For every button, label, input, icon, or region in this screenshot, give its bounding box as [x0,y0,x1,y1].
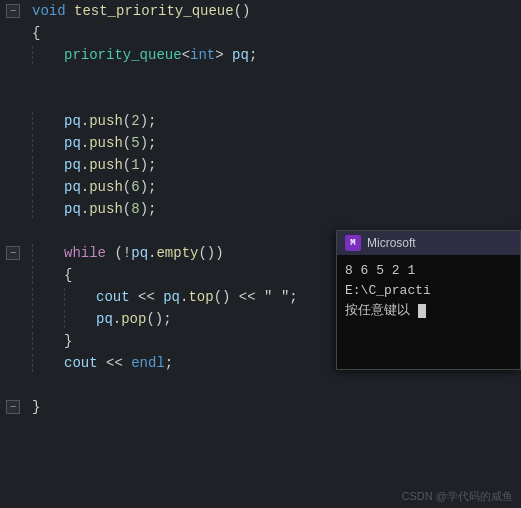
code-content-17 [28,374,521,376]
token-7-1: . [81,155,89,175]
indent-guide [32,244,64,262]
token-2-3: > [215,45,223,65]
token-13-1: << [130,287,164,307]
token-13-5: () << " [214,287,273,307]
code-content-4 [28,88,521,90]
token-9-1: . [81,199,89,219]
console-logo-icon: M [345,235,361,251]
console-output-3: 按任意键以 [345,301,512,321]
token-11-0: while [64,243,106,263]
indent-guide [32,156,64,174]
token-12-0: { [64,265,72,285]
indent-guide [32,112,64,130]
code-content-8: pq.push(6); [28,176,521,198]
token-16-1: << [98,353,132,373]
indent-guide [32,354,64,372]
token-6-3: ( [123,133,131,153]
code-line-6: pq.push(5); [0,132,521,154]
console-titlebar: M Microsoft [337,231,520,255]
token-6-2: push [89,133,123,153]
token-13-7: "; [281,287,298,307]
token-8-3: ( [123,177,131,197]
token-6-4: 5 [131,133,139,153]
code-line-7: pq.push(1); [0,154,521,176]
code-line-18: −} [0,396,521,418]
console-title: Microsoft [367,236,416,250]
code-content-7: pq.push(1); [28,154,521,176]
token-9-5: ); [140,199,157,219]
token-7-5: ); [140,155,157,175]
token-15-0: } [64,331,72,351]
token-11-2: pq [131,243,148,263]
token-11-4: empty [156,243,198,263]
token-2-2: int [190,45,215,65]
code-line-5: pq.push(2); [0,110,521,132]
code-line-8: pq.push(6); [0,176,521,198]
indent-guide [32,288,64,306]
token-2-0: priority_queue [64,45,182,65]
collapse-icon-11[interactable]: − [6,246,20,260]
code-line-0: −void test_priority_queue() [0,0,521,22]
console-cursor [418,304,426,318]
code-line-3 [0,66,521,88]
token-14-0: pq [96,309,113,329]
indent-guide [64,288,96,306]
editor-container: −void test_priority_queue(){priority_que… [0,0,521,508]
token-11-3: . [148,243,156,263]
code-content-9: pq.push(8); [28,198,521,220]
indent-guide [32,310,64,328]
token-5-4: 2 [131,111,139,131]
token-8-1: . [81,177,89,197]
code-content-18: } [28,396,521,418]
token-0-0: void [32,1,66,21]
token-13-2: pq [163,287,180,307]
collapse-icon-18[interactable]: − [6,400,20,414]
token-8-0: pq [64,177,81,197]
token-0-1 [66,1,74,21]
token-13-6 [272,287,280,307]
token-9-3: ( [123,199,131,219]
indent-guide [32,200,64,218]
token-1-0: { [32,23,40,43]
token-8-4: 6 [131,177,139,197]
token-6-0: pq [64,133,81,153]
token-14-2: pop [121,309,146,329]
token-2-4 [224,45,232,65]
token-16-0: cout [64,353,98,373]
token-7-3: ( [123,155,131,175]
token-8-5: ); [140,177,157,197]
code-line-9: pq.push(8); [0,198,521,220]
code-content-5: pq.push(2); [28,110,521,132]
code-content-0: void test_priority_queue() [28,0,521,22]
console-output-2: E:\C_practi [345,281,512,301]
token-14-3: (); [146,309,171,329]
indent-guide [32,266,64,284]
token-6-5: ); [140,133,157,153]
indent-guide [32,134,64,152]
code-line-17 [0,374,521,396]
token-0-3: () [234,1,251,21]
code-line-1: { [0,22,521,44]
code-line-4 [0,88,521,110]
code-content-6: pq.push(5); [28,132,521,154]
code-content-2: priority_queue<int> pq; [28,44,521,66]
token-5-1: . [81,111,89,131]
console-output-1: 8 6 5 2 1 [345,261,512,281]
token-2-6: ; [249,45,257,65]
collapse-icon-0[interactable]: − [6,4,20,18]
token-7-2: push [89,155,123,175]
token-8-2: push [89,177,123,197]
token-7-0: pq [64,155,81,175]
console-body: 8 6 5 2 1 E:\C_practi 按任意键以 [337,255,520,369]
token-5-5: ); [140,111,157,131]
token-16-3: ; [165,353,173,373]
token-2-5: pq [232,45,249,65]
indent-guide [32,332,64,350]
indent-guide [64,310,96,328]
token-9-0: pq [64,199,81,219]
token-7-4: 1 [131,155,139,175]
token-18-0: } [32,397,40,417]
token-9-4: 8 [131,199,139,219]
token-16-2: endl [131,353,165,373]
code-content-10 [28,220,521,222]
